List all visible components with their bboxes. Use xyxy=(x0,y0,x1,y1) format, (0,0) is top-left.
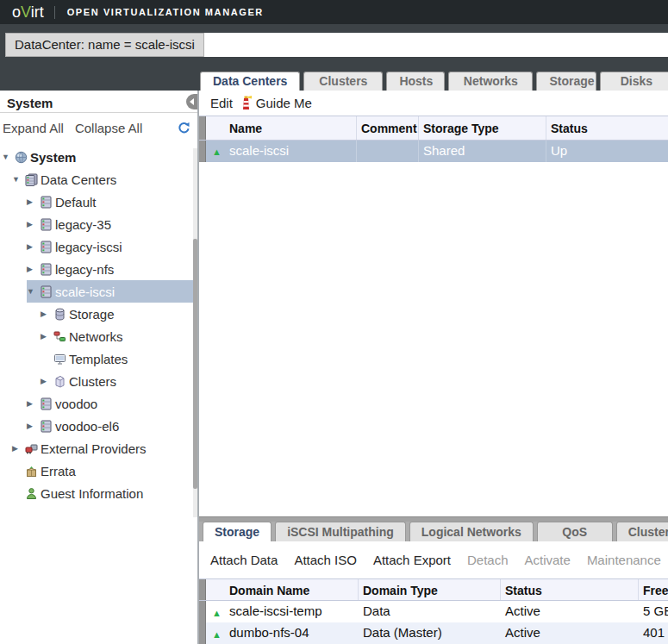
expand-arrow-icon[interactable]: ▶ xyxy=(41,309,53,318)
table-row[interactable]: ▲scale-iscsi-tempDataActive5 GB xyxy=(199,601,668,622)
tab-data-centers[interactable]: Data Centers xyxy=(200,72,300,91)
tree-item-errata[interactable]: Errata xyxy=(12,460,197,482)
tab-clusters[interactable]: Clusters xyxy=(303,72,383,91)
tree-item-voodoo[interactable]: ▶voodoo xyxy=(27,392,197,415)
column-header-storage-type[interactable]: Storage Type xyxy=(419,116,546,140)
storage-table-header: Domain NameDomain TypeStatusFree Space xyxy=(199,578,668,601)
tree-item-data-centers[interactable]: ▼Data Centers xyxy=(12,168,197,191)
tree-item-label: Storage xyxy=(69,307,115,322)
detail-tab-storage[interactable]: Storage xyxy=(203,522,272,541)
tree-item-label: Networks xyxy=(69,329,123,344)
tree-item-scale-iscsi[interactable]: ▼scale-iscsi xyxy=(27,280,197,303)
column-header-name[interactable]: Name xyxy=(225,116,357,140)
storage-icon xyxy=(53,308,66,321)
tree-item-legacy-35[interactable]: ▶legacy-35 xyxy=(27,213,197,235)
top-bar: oVirt OPEN VIRTUALIZATION MANAGER xyxy=(0,0,668,24)
tree-item-clusters[interactable]: ▶Clusters xyxy=(41,370,197,392)
tab-hosts[interactable]: Hosts xyxy=(386,72,445,91)
expand-all-link[interactable]: Expand All xyxy=(3,121,64,135)
datacenters-icon xyxy=(25,173,38,186)
expand-arrow-icon[interactable]: ▶ xyxy=(27,242,40,251)
tree-item-label: Data Centers xyxy=(41,172,116,187)
tree-item-legacy-nfs[interactable]: ▶legacy-nfs xyxy=(27,258,197,280)
expand-arrow-icon[interactable]: ▶ xyxy=(27,399,40,408)
guide-me-button[interactable]: Guide Me xyxy=(256,96,312,110)
datacenters-table-body: ▲scale-iscsiSharedUp xyxy=(199,141,668,162)
column-header-free-space[interactable]: Free Space xyxy=(639,579,668,600)
detail-tab-bar: StorageiSCSI MultipathingLogical Network… xyxy=(199,522,668,541)
status-up-icon: ▲ xyxy=(212,630,222,640)
expand-arrow-icon[interactable]: ▶ xyxy=(41,377,53,385)
status-up-icon: ▲ xyxy=(212,147,222,157)
collapse-all-link[interactable]: Collapse All xyxy=(75,121,142,135)
tree-item-default[interactable]: ▶Default xyxy=(27,191,197,213)
tab-disks[interactable]: Disks xyxy=(600,72,668,91)
tree-item-voodoo-el6[interactable]: ▶voodoo-el6 xyxy=(27,415,197,437)
clusters-icon xyxy=(53,375,66,388)
table-empty-area xyxy=(199,162,668,516)
expand-arrow-icon[interactable]: ▶ xyxy=(12,444,25,453)
cell-comment xyxy=(357,141,419,162)
row-gutter xyxy=(199,116,206,140)
expand-arrow-icon[interactable]: ▶ xyxy=(27,265,40,273)
sidebar-scrollbar[interactable] xyxy=(193,148,197,517)
row-gutter xyxy=(199,601,206,622)
column-header-comment[interactable]: Comment xyxy=(357,116,419,140)
tree-item-label: Default xyxy=(55,195,97,209)
templates-icon xyxy=(53,353,66,366)
tree-item-guest-information[interactable]: Guest Information xyxy=(12,482,197,504)
column-header-domain-name[interactable]: Domain Name xyxy=(225,579,359,600)
column-header-status[interactable]: Status xyxy=(501,579,639,600)
table-row[interactable]: ▲dumbo-nfs-04Data (Master)Active401 GB xyxy=(199,622,668,644)
detail-tab-logical-networks[interactable]: Logical Networks xyxy=(409,522,534,541)
detail-tab-clusters[interactable]: Clusters xyxy=(616,522,668,541)
activate-button: Activate xyxy=(525,553,571,567)
tree-item-storage[interactable]: ▶Storage xyxy=(41,303,197,325)
sidebar-collapse-button[interactable] xyxy=(186,94,197,109)
tree-item-label: Clusters xyxy=(69,374,116,389)
tab-networks[interactable]: Networks xyxy=(448,72,533,91)
attach-data-button[interactable]: Attach Data xyxy=(210,553,278,567)
collapse-arrow-icon[interactable]: ▼ xyxy=(27,287,40,296)
column-header-status[interactable]: Status xyxy=(546,116,668,140)
detail-tab-iscsi-multipathing[interactable]: iSCSI Multipathing xyxy=(275,522,406,541)
storage-table: Domain NameDomain TypeStatusFree Space ▲… xyxy=(199,578,668,644)
datacenters-table-header: NameCommentStorage TypeStatus xyxy=(199,116,668,141)
search-input[interactable] xyxy=(204,33,668,57)
expand-arrow-icon[interactable]: ▶ xyxy=(27,220,40,228)
tree-item-legacy-iscsi[interactable]: ▶legacy-iscsi xyxy=(27,235,197,258)
cell-free-space: 401 GB xyxy=(639,622,668,644)
attach-export-button[interactable]: Attach Export xyxy=(373,553,451,567)
refresh-icon[interactable] xyxy=(178,122,190,134)
search-scope-label[interactable]: DataCenter: name = scale-iscsi xyxy=(5,33,204,57)
guide-me-lighthouse-icon xyxy=(240,96,252,110)
datacenter-icon xyxy=(40,285,53,298)
cell-storage-type: Shared xyxy=(419,141,546,162)
tree-item-label: Errata xyxy=(41,464,76,478)
row-gutter xyxy=(199,141,206,162)
expand-arrow-icon[interactable]: ▶ xyxy=(27,422,40,430)
detail-tab-qos[interactable]: QoS xyxy=(537,522,613,541)
product-title: OPEN VIRTUALIZATION MANAGER xyxy=(67,7,264,17)
edit-button[interactable]: Edit xyxy=(210,96,233,110)
tree-item-templates[interactable]: Templates xyxy=(41,347,197,370)
cell-domain-name: scale-iscsi-temp xyxy=(225,601,359,622)
tree-item-external-providers[interactable]: ▶External Providers xyxy=(12,437,197,460)
sidebar-title: System xyxy=(7,96,53,110)
errata-icon xyxy=(25,465,38,478)
expand-arrow-icon[interactable]: ▶ xyxy=(41,332,53,341)
datacenter-icon xyxy=(40,420,53,433)
scrollbar-thumb[interactable] xyxy=(193,239,197,489)
collapse-arrow-icon[interactable]: ▼ xyxy=(12,175,25,184)
attach-iso-button[interactable]: Attach ISO xyxy=(294,553,357,567)
tree-item-label: External Providers xyxy=(41,441,147,456)
expand-arrow-icon[interactable]: ▶ xyxy=(27,197,40,206)
external-providers-icon xyxy=(25,442,38,455)
tab-storage[interactable]: Storage xyxy=(536,72,596,91)
table-row[interactable]: ▲scale-iscsiSharedUp xyxy=(199,141,668,162)
cell-free-space: 5 GB xyxy=(639,601,668,622)
tree-item-system[interactable]: ▼System xyxy=(2,146,197,168)
column-header-domain-type[interactable]: Domain Type xyxy=(359,579,501,600)
tree-item-networks[interactable]: ▶Networks xyxy=(41,325,197,347)
collapse-arrow-icon[interactable]: ▼ xyxy=(2,153,15,161)
